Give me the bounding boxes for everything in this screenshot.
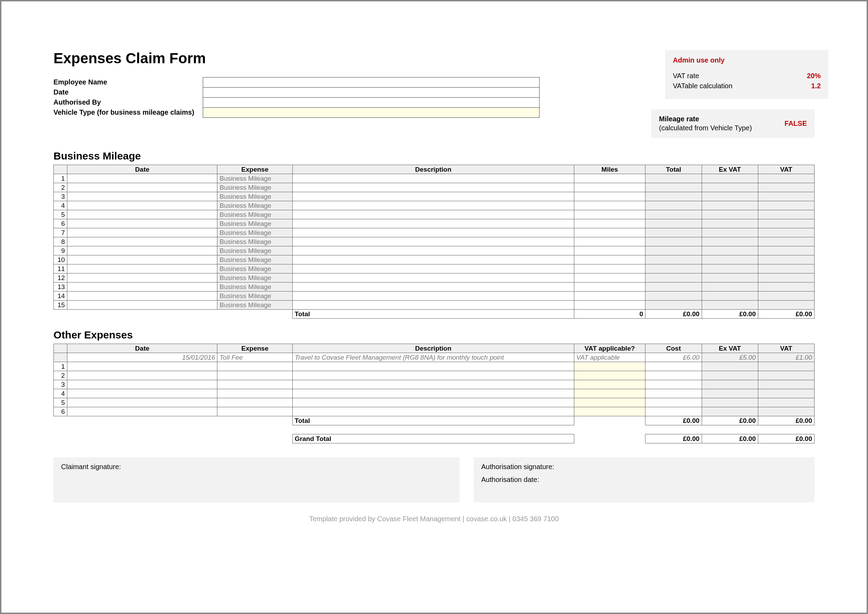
- bm-miles-cell[interactable]: [574, 292, 645, 301]
- bm-miles-cell[interactable]: [574, 228, 645, 237]
- oe-expense-cell[interactable]: [217, 362, 292, 371]
- oe-vat-applicable-cell[interactable]: [574, 380, 645, 389]
- oe-vat-cell: [758, 389, 814, 398]
- bm-description-cell[interactable]: [292, 210, 574, 219]
- oe-date-cell[interactable]: [67, 407, 217, 416]
- bm-description-cell[interactable]: [292, 219, 574, 228]
- oe-description-cell[interactable]: [292, 380, 574, 389]
- bm-vat-cell: [758, 301, 814, 309]
- oe-example-row: 15/01/2016 Toll Fee Travel to Covase Fle…: [54, 353, 815, 362]
- oe-date-cell[interactable]: [67, 389, 217, 398]
- bm-date-cell[interactable]: [67, 246, 217, 255]
- bm-miles-cell[interactable]: [574, 301, 645, 309]
- bm-date-cell[interactable]: [67, 237, 217, 246]
- bm-description-cell[interactable]: [292, 237, 574, 246]
- oe-vat-applicable-cell[interactable]: [574, 362, 645, 371]
- bm-vat-cell: [758, 264, 814, 274]
- vat-rate-value: 20%: [807, 72, 821, 80]
- bm-miles-cell[interactable]: [574, 174, 645, 183]
- bm-miles-cell[interactable]: [574, 237, 645, 246]
- bm-vat-cell: [758, 174, 814, 183]
- bm-date-cell[interactable]: [67, 183, 217, 192]
- bm-expense-cell: Business Mileage: [217, 283, 292, 292]
- bm-expense-cell: Business Mileage: [217, 201, 292, 210]
- oe-cost-cell[interactable]: [645, 398, 702, 407]
- bm-description-cell[interactable]: [292, 246, 574, 255]
- oe-cost-cell[interactable]: [645, 380, 702, 389]
- oe-vat-applicable-cell[interactable]: [574, 389, 645, 398]
- bm-miles-cell[interactable]: [574, 210, 645, 219]
- bm-vat-cell: [758, 274, 814, 283]
- oe-description-cell[interactable]: [292, 407, 574, 416]
- oe-cost-cell[interactable]: [645, 407, 702, 416]
- bm-total-miles: 0: [574, 309, 645, 319]
- bm-expense-cell: Business Mileage: [217, 237, 292, 246]
- bm-date-cell[interactable]: [67, 301, 217, 309]
- bm-col-exvat: Ex VAT: [702, 165, 758, 174]
- bm-miles-cell[interactable]: [574, 192, 645, 201]
- oe-date-cell[interactable]: [67, 371, 217, 380]
- bm-date-cell[interactable]: [67, 255, 217, 264]
- bm-description-cell[interactable]: [292, 255, 574, 264]
- bm-description-cell[interactable]: [292, 292, 574, 301]
- oe-description-cell[interactable]: [292, 389, 574, 398]
- bm-date-cell[interactable]: [67, 274, 217, 283]
- oe-date-cell[interactable]: [67, 380, 217, 389]
- oe-expense-cell[interactable]: [217, 398, 292, 407]
- oe-expense-cell[interactable]: [217, 407, 292, 416]
- oe-vat-applicable-cell[interactable]: [574, 407, 645, 416]
- bm-description-cell[interactable]: [292, 283, 574, 292]
- bm-date-cell[interactable]: [67, 210, 217, 219]
- oe-description-cell[interactable]: [292, 398, 574, 407]
- bm-description-cell[interactable]: [292, 274, 574, 283]
- bm-date-cell[interactable]: [67, 219, 217, 228]
- bm-date-cell[interactable]: [67, 264, 217, 274]
- vehicle-type-input[interactable]: [203, 107, 539, 118]
- bm-exvat-cell: [702, 283, 758, 292]
- bm-description-cell[interactable]: [292, 192, 574, 201]
- bm-miles-cell[interactable]: [574, 219, 645, 228]
- oe-cost-cell[interactable]: [645, 389, 702, 398]
- bm-description-cell[interactable]: [292, 201, 574, 210]
- bm-date-cell[interactable]: [67, 201, 217, 210]
- oe-vat-applicable-cell[interactable]: [574, 371, 645, 380]
- employee-name-input[interactable]: [203, 77, 539, 87]
- bm-date-cell[interactable]: [67, 192, 217, 201]
- oe-expense-cell[interactable]: [217, 371, 292, 380]
- oe-date-cell[interactable]: [67, 398, 217, 407]
- auth-signature-label: Authorisation signature:: [481, 463, 807, 471]
- bm-miles-cell[interactable]: [574, 274, 645, 283]
- bm-vat-cell: [758, 210, 814, 219]
- bm-miles-cell[interactable]: [574, 283, 645, 292]
- oe-cost-cell[interactable]: [645, 362, 702, 371]
- claimant-signature-box[interactable]: Claimant signature:: [53, 457, 460, 502]
- bm-miles-cell[interactable]: [574, 246, 645, 255]
- oe-cost-cell[interactable]: [645, 371, 702, 380]
- bm-exvat-cell: [702, 246, 758, 255]
- oe-expense-cell[interactable]: [217, 380, 292, 389]
- oe-description-cell[interactable]: [292, 362, 574, 371]
- bm-description-cell[interactable]: [292, 301, 574, 309]
- bm-date-cell[interactable]: [67, 292, 217, 301]
- oe-vat-applicable-cell[interactable]: [574, 398, 645, 407]
- authorisation-box[interactable]: Authorisation signature: Authorisation d…: [474, 457, 815, 502]
- date-input[interactable]: [203, 87, 539, 98]
- bm-miles-cell[interactable]: [574, 255, 645, 264]
- oe-date-cell[interactable]: [67, 362, 217, 371]
- bm-date-cell[interactable]: [67, 228, 217, 237]
- bm-miles-cell[interactable]: [574, 264, 645, 274]
- bm-exvat-cell: [702, 237, 758, 246]
- bm-miles-cell[interactable]: [574, 183, 645, 192]
- bm-miles-cell[interactable]: [574, 201, 645, 210]
- bm-date-cell[interactable]: [67, 174, 217, 183]
- bm-rownum: 1: [54, 174, 67, 183]
- authorised-by-input[interactable]: [203, 97, 539, 108]
- oe-expense-cell[interactable]: [217, 389, 292, 398]
- bm-description-cell[interactable]: [292, 174, 574, 183]
- employee-name-label: Employee Name: [53, 77, 203, 87]
- oe-description-cell[interactable]: [292, 371, 574, 380]
- bm-description-cell[interactable]: [292, 228, 574, 237]
- bm-description-cell[interactable]: [292, 183, 574, 192]
- bm-description-cell[interactable]: [292, 264, 574, 274]
- bm-date-cell[interactable]: [67, 283, 217, 292]
